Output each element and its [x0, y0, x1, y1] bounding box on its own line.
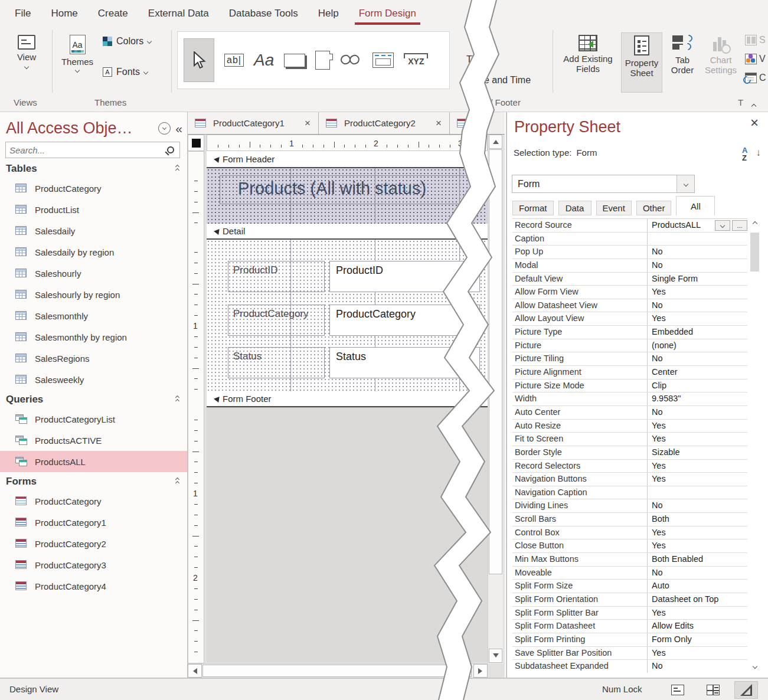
ribbon-tab-form-design[interactable]: Form Design: [349, 0, 426, 27]
themes-button[interactable]: Aa Themes: [58, 32, 97, 93]
nav-section-header-queries[interactable]: Queries: [0, 390, 187, 408]
scroll-up-icon[interactable]: [753, 221, 757, 226]
nav-item-salesweekly[interactable]: Salesweekly: [0, 369, 187, 390]
property-value[interactable]: Datasheet on Top: [648, 593, 747, 606]
property-value[interactable]: Yes: [648, 647, 747, 660]
ribbon-tab-database-tools[interactable]: Database Tools: [219, 0, 308, 27]
view-code-button-partial[interactable]: V: [745, 51, 766, 67]
property-value[interactable]: [648, 233, 747, 246]
nav-section-header-tables[interactable]: Tables: [0, 159, 187, 178]
nav-item-productsactive[interactable]: ProductsACTIVE: [0, 430, 187, 451]
nav-item-salesdaily-by-region[interactable]: Salesdaily by region: [0, 241, 187, 263]
title-button-partial[interactable]: Title: [466, 54, 484, 65]
unbound-object-frame-tool[interactable]: XYZ: [404, 53, 428, 67]
field-label-productid[interactable]: ProductID: [228, 261, 325, 292]
document-tab-productcategory1[interactable]: ProductCategory1×: [188, 112, 319, 134]
field-label-productcategory[interactable]: ProductCategory: [228, 305, 325, 336]
nav-item-productcategorylist[interactable]: ProductCategoryList: [0, 408, 187, 430]
document-tab-partial[interactable]: [450, 112, 476, 134]
collapse-ribbon-button[interactable]: [752, 100, 756, 110]
shutter-bar-close-icon[interactable]: «: [175, 122, 182, 135]
fonts-button[interactable]: A Fonts: [103, 67, 148, 77]
close-icon[interactable]: ×: [747, 113, 762, 132]
nav-item-productcategory[interactable]: ProductCategory: [0, 490, 187, 512]
detail-bar[interactable]: Detail: [207, 224, 488, 240]
ribbon-tab-create[interactable]: Create: [88, 0, 138, 27]
property-value[interactable]: Embedded: [648, 326, 747, 339]
label-tool[interactable]: Aa: [254, 51, 274, 70]
tab-order-button[interactable]: Tab Order: [665, 32, 700, 93]
nav-item-saleshourly[interactable]: Saleshourly: [0, 263, 187, 284]
nav-item-salesmonthly[interactable]: Salesmonthly: [0, 305, 187, 326]
property-value[interactable]: Yes: [648, 473, 747, 486]
nav-section-header-forms[interactable]: Forms: [0, 472, 187, 490]
property-value[interactable]: No: [648, 299, 747, 312]
property-value[interactable]: Yes: [648, 526, 747, 539]
nav-item-productsall[interactable]: ProductsALL: [0, 451, 187, 472]
search-input[interactable]: [6, 145, 167, 155]
property-value[interactable]: Center: [648, 366, 747, 379]
property-value[interactable]: Yes: [648, 286, 747, 299]
nav-item-productcategory1[interactable]: ProductCategory1: [0, 512, 187, 533]
nav-item-productlist[interactable]: ProductList: [0, 199, 187, 220]
form-selector-box[interactable]: [188, 135, 204, 151]
property-value[interactable]: Form Only: [648, 633, 747, 646]
text-box-tool[interactable]: ab|: [224, 54, 244, 67]
property-value[interactable]: No: [648, 660, 747, 673]
property-tab-data[interactable]: Data: [558, 201, 591, 215]
property-tab-other[interactable]: Other: [636, 201, 672, 215]
horizontal-scrollbar[interactable]: [188, 663, 488, 678]
property-value[interactable]: Auto: [648, 580, 747, 593]
property-tab-format[interactable]: Format: [512, 201, 554, 215]
vertical-scroll-thumb[interactable]: [489, 149, 502, 574]
property-sheet-button[interactable]: Property Sheet: [621, 32, 662, 93]
record-source-dropdown-button[interactable]: [715, 220, 730, 231]
design-view-button[interactable]: [734, 681, 758, 699]
property-value[interactable]: No: [648, 259, 747, 272]
detail-section[interactable]: ProductIDProductIDProductCategoryProduct…: [207, 240, 488, 391]
property-value[interactable]: Both: [648, 513, 747, 526]
close-tab-icon[interactable]: ×: [303, 117, 312, 129]
scroll-down-icon[interactable]: [753, 664, 757, 669]
chevron-down-icon[interactable]: [677, 175, 694, 192]
form-title-label[interactable]: Products (All with status): [220, 175, 477, 204]
ribbon-tab-help[interactable]: Help: [308, 0, 349, 27]
property-value[interactable]: Both Enabled: [648, 553, 747, 566]
form-footer-section[interactable]: [207, 407, 488, 662]
collapse-section-icon[interactable]: [176, 478, 179, 485]
field-textbox-productcategory[interactable]: ProductCategory: [329, 305, 480, 336]
collapse-section-icon[interactable]: [176, 165, 179, 172]
horizontal-scroll-thumb[interactable]: [202, 665, 472, 677]
scroll-right-button[interactable]: [473, 664, 488, 678]
property-value[interactable]: No: [648, 406, 747, 419]
ribbon-tab-external-data[interactable]: External Data: [138, 0, 219, 27]
property-value[interactable]: Yes: [648, 460, 747, 473]
property-value[interactable]: Sizable: [648, 446, 747, 459]
property-value[interactable]: 9.9583": [648, 392, 747, 405]
property-value[interactable]: Single Form: [648, 273, 747, 286]
colors-button[interactable]: Colors: [103, 36, 151, 47]
close-tab-icon[interactable]: ×: [434, 117, 443, 129]
property-value[interactable]: (none): [648, 339, 747, 352]
nav-item-productcategory3[interactable]: ProductCategory3: [0, 554, 187, 575]
nav-item-saleshourly-by-region[interactable]: Saleshourly by region: [0, 284, 187, 305]
nav-item-salesmonthly-by-region[interactable]: Salesmonthly by region: [0, 326, 187, 348]
subform-new-window-button-partial[interactable]: S: [745, 32, 766, 48]
record-source-builder-button[interactable]: ...: [732, 220, 747, 231]
select-tool[interactable]: [184, 38, 214, 82]
form-footer-bar[interactable]: Form Footer: [207, 391, 488, 407]
button-tool[interactable]: [284, 54, 305, 67]
form-view-button[interactable]: [666, 681, 689, 699]
property-grid-scrollbar[interactable]: [749, 218, 763, 673]
layout-view-button[interactable]: [701, 681, 725, 699]
property-value[interactable]: Yes: [648, 433, 747, 446]
scroll-left-button[interactable]: [188, 664, 202, 678]
nav-menu-dropdown-icon[interactable]: [158, 122, 171, 135]
view-button[interactable]: View: [9, 32, 44, 93]
object-selector-combo[interactable]: Form: [512, 175, 695, 193]
property-value[interactable]: Clip: [648, 380, 747, 392]
field-textbox-status[interactable]: Status: [329, 347, 480, 378]
tab-control-tool[interactable]: [315, 51, 330, 70]
property-tab-all[interactable]: All: [676, 196, 715, 215]
scroll-up-button[interactable]: [489, 135, 502, 149]
